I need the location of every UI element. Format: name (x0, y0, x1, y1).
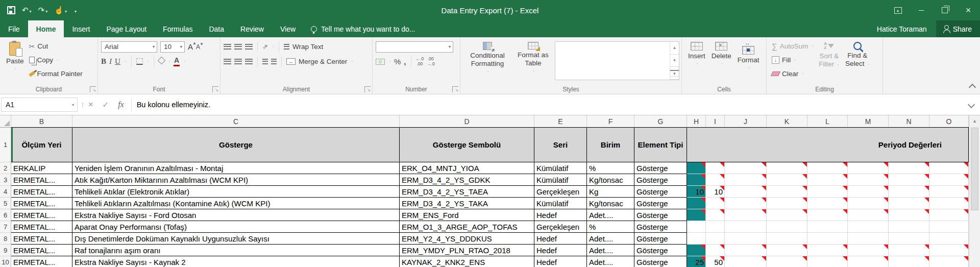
increase-font-size-button[interactable]: A▲ (188, 42, 193, 51)
cell-I4[interactable]: 10 (706, 186, 725, 198)
cell-I6[interactable] (706, 209, 725, 221)
borders-icon[interactable] (136, 58, 143, 65)
find-select-button[interactable]: Find &Select ▾ (842, 39, 872, 84)
cell-B8[interactable]: ERMETAL... (11, 233, 72, 245)
copy-button[interactable]: Copy▾ (27, 53, 85, 67)
cell-L5[interactable] (807, 198, 848, 209)
gallery-more-icon[interactable]: ▼ (670, 67, 679, 80)
cell-K2[interactable] (767, 162, 807, 174)
header-cell-F1[interactable]: Birim (587, 127, 634, 162)
format-painter-button[interactable]: Format Painter (27, 67, 85, 81)
find-select-dropdown-icon[interactable]: ▾ (867, 62, 869, 67)
top-align-icon[interactable] (224, 44, 231, 50)
cell-D4[interactable]: ERM_D3_4_2_YS_TAEA (400, 186, 534, 198)
insert-dropdown-icon[interactable]: ▾ (696, 61, 698, 66)
conditional-formatting-dropdown-icon[interactable]: ▾ (487, 69, 489, 74)
clear-button[interactable]: Clear▾ (770, 67, 816, 81)
cell-N8[interactable] (889, 233, 929, 245)
italic-button[interactable]: I (109, 57, 112, 66)
column-header-N[interactable]: N (889, 115, 929, 127)
decrease-font-size-button[interactable]: A▼ (196, 43, 200, 51)
accounting-dropdown-icon[interactable]: ▾ (389, 59, 391, 64)
cell-I10[interactable]: 50 (706, 256, 725, 267)
cell-C6[interactable]: Ekstra Nakliye Sayısı - Ford Otosan (72, 209, 400, 221)
cell-C5[interactable]: Tehlikeli Atıkların Azaltılması (Kontami… (72, 198, 400, 209)
cell-O9[interactable] (929, 245, 969, 256)
copy-dropdown-icon[interactable]: ▾ (57, 58, 59, 62)
cell-B5[interactable]: ERMETAL... (11, 198, 72, 209)
cell-O10[interactable] (929, 256, 969, 267)
cell-M5[interactable] (848, 198, 889, 209)
undo-button[interactable]: ↶▾ (22, 6, 32, 15)
cell-K4[interactable] (767, 186, 807, 198)
cell-I2[interactable] (706, 162, 725, 174)
accounting-format-icon[interactable] (376, 59, 385, 65)
cell-F5[interactable]: Kg/tonsac (587, 198, 634, 209)
cell-H6[interactable] (687, 209, 706, 221)
cell-C2[interactable]: Yeniden İşlem Oranının Azaltılması - Mon… (72, 162, 400, 174)
expand-formula-bar-icon[interactable] (968, 101, 975, 108)
cell-F10[interactable]: Adet.... (587, 256, 634, 267)
cell-J2[interactable] (725, 162, 767, 174)
cell-D8[interactable]: ERM_Y2_4_YS_DDDKUS (400, 233, 534, 245)
increase-decimal-button[interactable]: ←.0.00 (416, 57, 424, 67)
vertical-scrollbar[interactable]: ▲ (969, 115, 980, 267)
cell-N10[interactable] (889, 256, 929, 267)
customize-qat-button[interactable]: ▾ (74, 6, 77, 15)
cell-K6[interactable] (767, 209, 807, 221)
header-cell-E1[interactable]: Seri (534, 127, 587, 162)
decrease-indent-icon[interactable] (262, 59, 268, 64)
tab-insert[interactable]: Insert (64, 20, 98, 37)
fill-button[interactable]: ↓Fill▾ (770, 53, 816, 67)
middle-align-icon[interactable] (234, 44, 242, 50)
cell-H2[interactable] (687, 162, 706, 174)
font-family-combobox[interactable]: Arial▾ (101, 41, 157, 53)
column-header-M[interactable]: M (848, 115, 889, 127)
column-header-F[interactable]: F (587, 115, 634, 127)
cell-C10[interactable]: Ekstra Nakliye Sayısı - Kaynak 2 (72, 256, 400, 267)
insert-function-icon[interactable]: fx (118, 100, 124, 109)
row-header-5[interactable]: 5 (0, 198, 11, 209)
cell-F3[interactable]: Kg/tonsac (587, 174, 634, 186)
cell-E2[interactable]: Kümülatif (534, 162, 587, 174)
cell-J7[interactable] (725, 221, 767, 233)
merge-center-dropdown-icon[interactable]: ▾ (351, 59, 353, 64)
cell-G3[interactable]: Gösterge (634, 174, 687, 186)
cut-button[interactable]: ✂Cut (27, 39, 85, 53)
clipboard-dialog-launcher[interactable]: ↘ (90, 86, 96, 92)
tab-data[interactable]: Data (201, 20, 232, 37)
cell-H8[interactable] (687, 233, 706, 245)
autosum-dropdown-icon[interactable]: ▾ (812, 44, 814, 48)
gallery-down-icon[interactable]: ▼ (670, 55, 679, 67)
increase-indent-icon[interactable] (271, 59, 277, 64)
align-left-icon[interactable] (224, 59, 231, 64)
cell-D7[interactable]: ERM_O1_3_ARGE_AOP_TOFAS (400, 221, 534, 233)
column-header-L[interactable]: L (807, 115, 848, 127)
font-family-dropdown-icon[interactable]: ▾ (153, 44, 155, 49)
cell-J6[interactable] (725, 209, 767, 221)
cell-N3[interactable] (889, 174, 929, 186)
cell-M7[interactable] (848, 221, 889, 233)
cell-H4[interactable]: 10 (687, 186, 706, 198)
borders-dropdown-icon[interactable]: ▾ (147, 59, 149, 64)
insert-cells-button[interactable]: ← Insert ▾ (685, 39, 708, 84)
minimize-button[interactable]: ─ (910, 0, 933, 20)
row-header-10[interactable]: 10 (0, 256, 11, 267)
column-header-G[interactable]: G (634, 115, 687, 127)
cell-F6[interactable]: Adet.... (587, 209, 634, 221)
fill-dropdown-icon[interactable]: ▾ (794, 58, 796, 62)
tab-page-layout[interactable]: Page Layout (98, 20, 155, 37)
save-icon[interactable] (7, 6, 15, 14)
tab-home[interactable]: Home (28, 20, 64, 37)
cell-F9[interactable]: Adet.... (587, 245, 634, 256)
cell-J4[interactable] (725, 186, 767, 198)
cell-F7[interactable]: % (587, 221, 634, 233)
cell-B7[interactable]: ERMETAL... (11, 221, 72, 233)
cell-B10[interactable]: ERMETAL... (11, 256, 72, 267)
name-box-dropdown-icon[interactable]: ▾ (72, 103, 74, 107)
cell-E5[interactable]: Kümülatif (534, 198, 587, 209)
gallery-up-icon[interactable]: ▲ (670, 42, 679, 55)
cell-E9[interactable]: Hedef (534, 245, 587, 256)
row-header-4[interactable]: 4 (0, 186, 11, 198)
underline-dropdown-icon[interactable]: ▾ (125, 59, 127, 64)
